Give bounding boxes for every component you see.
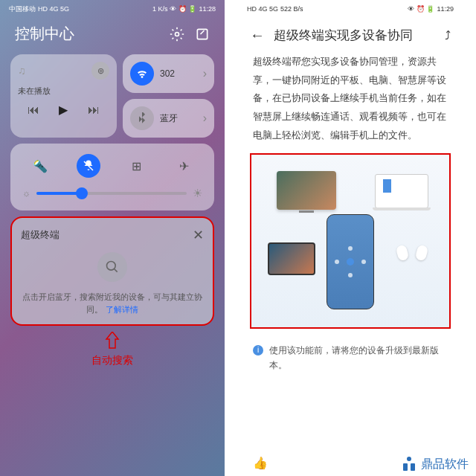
svg-line-4 (115, 269, 118, 272)
device-illustration (250, 153, 451, 329)
prev-button[interactable]: ⏮ (28, 103, 39, 117)
cast-icon[interactable]: ⊚ (91, 62, 109, 80)
media-card[interactable]: ♫ ⊚ 未在播放 ⏮ ▶ ⏭ (10, 54, 117, 138)
brightness-high-icon: ☀ (193, 187, 202, 200)
net-indicator: HD 4G 5G (38, 5, 69, 13)
super-device-hint: 点击开启蓝牙，搜索附近我的设备，可与其建立协同。 了解详情 (21, 291, 204, 315)
tablet-device (268, 242, 315, 275)
brightness-low-icon: ☼ (22, 188, 30, 199)
flashlight-toggle[interactable]: 🔦 (28, 154, 52, 178)
brightness-slider[interactable] (36, 192, 187, 195)
svg-rect-6 (403, 463, 408, 471)
play-button[interactable]: ▶ (59, 103, 68, 117)
status-bar-right: HD 4G 5G522 B/s 👁 ⏰ 🔋11:29 (238, 0, 463, 18)
svg-rect-7 (411, 463, 415, 471)
phone-device (327, 214, 374, 309)
svg-point-3 (107, 262, 116, 271)
time: 11:28 (199, 5, 216, 13)
svg-rect-1 (197, 29, 207, 39)
auto-search-label: 自动搜索 (0, 354, 225, 367)
time: 11:29 (437, 5, 454, 13)
next-button[interactable]: ⏭ (88, 103, 100, 117)
control-center-title: 控制中心 (15, 24, 74, 44)
page-title: 超级终端实现多设备协同 (274, 27, 436, 44)
search-button[interactable] (97, 252, 127, 282)
info-icon: i (253, 345, 263, 356)
super-device-title: 超级终端 (21, 228, 60, 242)
grid-toggle[interactable]: ⊞ (124, 154, 148, 178)
airplane-toggle[interactable]: ✈ (173, 154, 196, 178)
svg-point-5 (407, 457, 411, 461)
net-indicator: HD 4G 5G (247, 5, 278, 13)
back-button[interactable]: ← (250, 27, 265, 44)
wifi-label: 302 (160, 68, 175, 79)
share-icon[interactable]: ⤴ (445, 29, 451, 42)
close-icon[interactable]: ✕ (193, 227, 204, 243)
tv-device (277, 171, 336, 210)
settings-icon[interactable] (170, 27, 184, 42)
thumbs-up-button[interactable]: 👍 (253, 456, 268, 470)
arrow-annotation (0, 332, 225, 353)
bluetooth-icon (130, 106, 154, 130)
wifi-toggle[interactable]: 302 › (123, 54, 214, 93)
learn-more-link[interactable]: 了解详情 (106, 305, 138, 314)
speed: 1 K/s (152, 5, 168, 13)
mute-toggle[interactable] (77, 154, 100, 178)
earbuds-device (397, 245, 427, 268)
edit-icon[interactable] (195, 27, 210, 42)
super-device-card[interactable]: 超级终端 ✕ 点击开启蓝牙，搜索附近我的设备，可与其建立协同。 了解详情 (10, 216, 214, 326)
svg-point-0 (176, 32, 179, 36)
wifi-icon (130, 62, 154, 86)
laptop-device (375, 174, 428, 208)
music-icon: ♫ (18, 65, 26, 77)
media-status: 未在播放 (18, 86, 109, 97)
status-bar-left: 中国移动 HD 4G 5G 1 K/s 👁 ⏰ 🔋 11:28 (0, 0, 225, 18)
description-text: 超级终端帮您实现多设备协同管理，资源共享，一键协同附近的平板、电脑、智慧屏等设备… (238, 53, 463, 144)
bluetooth-toggle[interactable]: 蓝牙 › (123, 99, 214, 138)
watermark: 鼎品软件 (397, 454, 472, 475)
bluetooth-label: 蓝牙 (160, 112, 178, 125)
tip-text: 使用该功能前，请将您的设备升级到最新版本。 (269, 344, 448, 372)
carrier-1: 中国移动 (9, 4, 36, 14)
